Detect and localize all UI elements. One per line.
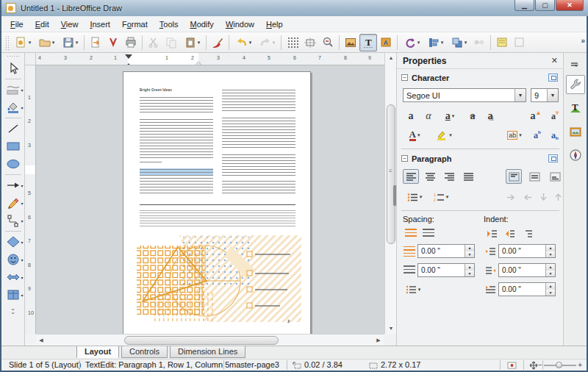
spin-down-icon[interactable]: ▼ — [465, 251, 474, 258]
spin-down-icon[interactable]: ▼ — [465, 271, 474, 277]
insert-comment-button[interactable] — [493, 34, 511, 51]
indent-after-spinner[interactable]: 0.00 " ▲▼ — [498, 263, 556, 277]
menu-view[interactable]: View — [55, 18, 85, 31]
align-objects-button[interactable]: ▾ — [423, 34, 447, 51]
display-grid-button[interactable] — [284, 34, 301, 51]
font-name-combo[interactable]: Segoe UI▼ — [403, 88, 526, 102]
undo-button[interactable]: ▾ — [232, 34, 255, 51]
zoom-slider-knob[interactable] — [556, 362, 562, 368]
decrease-spacing-button[interactable] — [420, 226, 437, 241]
increase-spacing-button[interactable] — [403, 226, 419, 241]
character-collapse-toggle[interactable]: − — [401, 74, 408, 81]
highlight-color-button[interactable]: ▾ — [432, 128, 456, 143]
paragraph-block-selected[interactable] — [140, 169, 213, 196]
sidebar-tab-gallery[interactable] — [566, 122, 585, 141]
print-button[interactable] — [122, 34, 140, 51]
basic-shapes-tool[interactable]: ▾ — [3, 233, 24, 251]
vertical-ruler[interactable]: 1 2 3 5 6 7 8 9 10 — [25, 65, 36, 334]
vertical-scrollbar-thumb[interactable] — [387, 104, 395, 244]
toolbar-grip[interactable] — [5, 35, 9, 50]
drawing-toolbar-grip[interactable] — [7, 55, 20, 58]
arrange-button[interactable]: ▾ — [447, 34, 470, 51]
tab-marker[interactable] — [195, 58, 202, 65]
character-more-options-icon[interactable] — [548, 74, 558, 82]
fill-color-tool[interactable]: ▾ — [3, 99, 24, 116]
align-right-button[interactable] — [441, 169, 457, 184]
align-top-button[interactable] — [506, 169, 522, 184]
spacing-below-spinner[interactable]: 0.00 " ▲▼ — [417, 263, 475, 277]
underline-button[interactable]: a▾ — [438, 109, 462, 124]
export-button[interactable] — [87, 34, 104, 51]
subscript-button[interactable]: ab — [547, 128, 563, 143]
drawing-canvas[interactable]: Bright Green Ideas — [36, 65, 384, 334]
superscript-button[interactable]: ab — [529, 128, 545, 143]
paste-button[interactable]: ▾ — [180, 34, 204, 51]
indent-firstline-spinner[interactable]: 0.00 " ▲▼ — [498, 282, 556, 296]
align-justify-button[interactable] — [460, 169, 476, 184]
toolbar-overflow-button[interactable]: » — [581, 37, 584, 45]
sidebar-tab-styles[interactable]: T — [566, 99, 585, 118]
spin-up-icon[interactable]: ▲ — [465, 264, 474, 271]
align-left-button[interactable] — [403, 169, 419, 184]
menu-window[interactable]: Window — [220, 18, 260, 31]
insert-image-button[interactable] — [342, 34, 359, 51]
spin-up-icon[interactable]: ▲ — [465, 245, 474, 251]
insert-textbox-button[interactable]: T — [359, 34, 377, 51]
sidebar-menu-button[interactable] — [566, 56, 585, 75]
character-spacing-button[interactable]: ab▾ — [503, 128, 526, 143]
bold-button[interactable]: a — [403, 109, 419, 124]
zoom-slider[interactable]: − + — [538, 362, 582, 369]
bullets-button[interactable]: ▾ — [403, 190, 426, 204]
numbering-button[interactable]: 12▾ — [429, 190, 453, 204]
drawing-toolbar-overflow[interactable]: ⌄⌄ — [10, 307, 15, 314]
shrink-font-button[interactable]: a▿ — [547, 109, 563, 124]
indent-before-spinner[interactable]: 0.00 " ▲▼ — [498, 244, 556, 258]
horizontal-ruler[interactable]: 4 3 2 1 1 2 3 4 5 6 7 8 9 10 — [36, 53, 384, 65]
indent-marker[interactable] — [125, 54, 132, 62]
document-page[interactable]: Bright Green Ideas — [123, 71, 311, 334]
menu-insert[interactable]: Insert — [84, 18, 116, 31]
spin-up-icon[interactable]: ▲ — [546, 245, 555, 251]
symbol-shapes-tool[interactable]: ▾ — [3, 251, 24, 268]
shadow-button[interactable]: a — [482, 109, 498, 124]
ellipse-tool[interactable] — [3, 155, 24, 173]
block-arrows-tool[interactable]: ▾ — [3, 268, 24, 286]
spin-up-icon[interactable]: ▲ — [546, 283, 555, 290]
fit-slide-icon[interactable] — [529, 361, 538, 370]
helplines-button[interactable] — [301, 34, 319, 51]
italic-button[interactable]: α — [420, 109, 437, 124]
font-size-combo[interactable]: 9▼ — [531, 88, 559, 102]
hanging-indent-button[interactable] — [519, 226, 535, 241]
align-bottom-button[interactable] — [547, 169, 563, 184]
zoom-out-icon[interactable]: − — [538, 361, 542, 369]
fontwork-button[interactable] — [377, 34, 395, 51]
spin-up-icon[interactable]: ▲ — [546, 264, 555, 271]
menu-modify[interactable]: Modify — [184, 18, 219, 31]
menu-tools[interactable]: Tools — [154, 18, 184, 31]
menu-format[interactable]: Format — [116, 18, 154, 31]
flowchart-tool[interactable]: ▾ — [3, 286, 24, 304]
rotate-button[interactable]: ▾ — [400, 34, 423, 51]
align-center-button[interactable] — [422, 169, 438, 184]
line-spacing-button[interactable]: ▾ — [401, 282, 425, 297]
line-tool[interactable] — [3, 120, 24, 137]
spacing-above-spinner[interactable]: 0.00 " ▲▼ — [417, 244, 475, 258]
rectangle-tool[interactable] — [3, 137, 24, 155]
horizontal-scrollbar-thumb[interactable] — [124, 336, 279, 345]
spin-down-icon[interactable]: ▼ — [546, 251, 555, 258]
tab-layout[interactable]: Layout — [76, 346, 119, 358]
tab-controls[interactable]: Controls — [121, 346, 168, 358]
connector-tool[interactable]: ▾ — [3, 212, 24, 229]
status-master-page[interactable]: master-page3 — [229, 360, 279, 369]
strikethrough-button[interactable]: a — [465, 109, 481, 124]
align-vcenter-button[interactable] — [526, 169, 542, 184]
grow-font-button[interactable]: a▲ — [528, 109, 544, 124]
increase-indent-button[interactable] — [484, 226, 500, 241]
font-size-dropdown-icon[interactable]: ▼ — [547, 89, 558, 101]
new-document-button[interactable]: ▾ — [11, 34, 35, 51]
sidebar-tab-navigator[interactable] — [566, 146, 585, 165]
font-color-button[interactable]: A▾ — [403, 128, 426, 143]
export-pdf-button[interactable] — [104, 34, 122, 51]
horizontal-scrollbar[interactable]: ◀ ▶ — [36, 334, 384, 346]
spin-down-icon[interactable]: ▼ — [546, 290, 555, 296]
